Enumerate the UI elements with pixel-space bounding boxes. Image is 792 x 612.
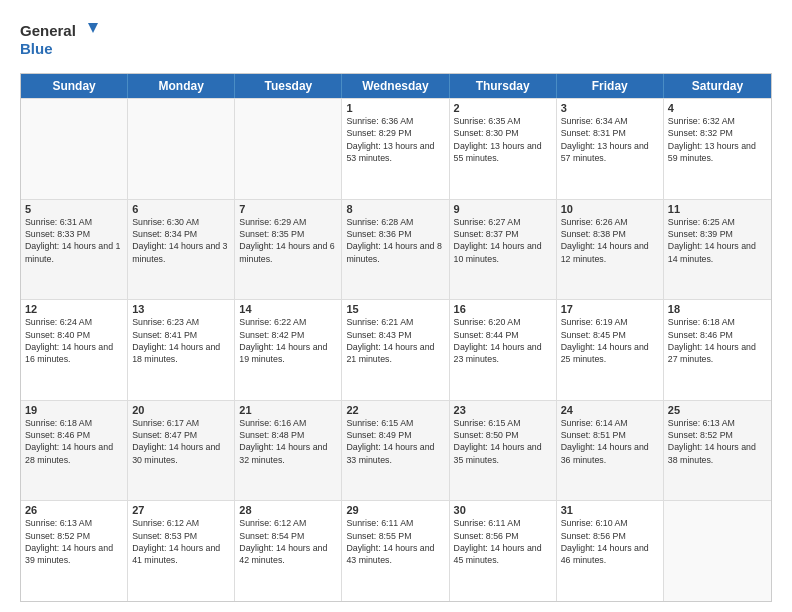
day-info: Sunrise: 6:18 AMSunset: 8:46 PMDaylight:… bbox=[25, 417, 123, 466]
cal-cell: 10Sunrise: 6:26 AMSunset: 8:38 PMDayligh… bbox=[557, 200, 664, 300]
cal-cell: 9Sunrise: 6:27 AMSunset: 8:37 PMDaylight… bbox=[450, 200, 557, 300]
day-info: Sunrise: 6:14 AMSunset: 8:51 PMDaylight:… bbox=[561, 417, 659, 466]
cal-cell: 5Sunrise: 6:31 AMSunset: 8:33 PMDaylight… bbox=[21, 200, 128, 300]
day-info: Sunrise: 6:13 AMSunset: 8:52 PMDaylight:… bbox=[668, 417, 767, 466]
day-info: Sunrise: 6:20 AMSunset: 8:44 PMDaylight:… bbox=[454, 316, 552, 365]
cal-cell: 8Sunrise: 6:28 AMSunset: 8:36 PMDaylight… bbox=[342, 200, 449, 300]
cal-cell: 23Sunrise: 6:15 AMSunset: 8:50 PMDayligh… bbox=[450, 401, 557, 501]
day-number: 7 bbox=[239, 203, 337, 215]
day-number: 21 bbox=[239, 404, 337, 416]
cal-header-sunday: Sunday bbox=[21, 74, 128, 98]
cal-cell: 28Sunrise: 6:12 AMSunset: 8:54 PMDayligh… bbox=[235, 501, 342, 601]
day-number: 18 bbox=[668, 303, 767, 315]
day-info: Sunrise: 6:21 AMSunset: 8:43 PMDaylight:… bbox=[346, 316, 444, 365]
day-number: 25 bbox=[668, 404, 767, 416]
day-info: Sunrise: 6:12 AMSunset: 8:53 PMDaylight:… bbox=[132, 517, 230, 566]
day-number: 14 bbox=[239, 303, 337, 315]
day-info: Sunrise: 6:16 AMSunset: 8:48 PMDaylight:… bbox=[239, 417, 337, 466]
day-info: Sunrise: 6:31 AMSunset: 8:33 PMDaylight:… bbox=[25, 216, 123, 265]
day-number: 10 bbox=[561, 203, 659, 215]
day-number: 22 bbox=[346, 404, 444, 416]
day-number: 28 bbox=[239, 504, 337, 516]
page: General Blue SundayMondayTuesdayWednesda… bbox=[0, 0, 792, 612]
day-info: Sunrise: 6:29 AMSunset: 8:35 PMDaylight:… bbox=[239, 216, 337, 265]
cal-header-thursday: Thursday bbox=[450, 74, 557, 98]
day-number: 8 bbox=[346, 203, 444, 215]
calendar-header: SundayMondayTuesdayWednesdayThursdayFrid… bbox=[21, 74, 771, 98]
cal-cell: 22Sunrise: 6:15 AMSunset: 8:49 PMDayligh… bbox=[342, 401, 449, 501]
day-info: Sunrise: 6:18 AMSunset: 8:46 PMDaylight:… bbox=[668, 316, 767, 365]
day-info: Sunrise: 6:15 AMSunset: 8:50 PMDaylight:… bbox=[454, 417, 552, 466]
day-info: Sunrise: 6:19 AMSunset: 8:45 PMDaylight:… bbox=[561, 316, 659, 365]
cal-cell: 21Sunrise: 6:16 AMSunset: 8:48 PMDayligh… bbox=[235, 401, 342, 501]
day-number: 17 bbox=[561, 303, 659, 315]
cal-cell: 12Sunrise: 6:24 AMSunset: 8:40 PMDayligh… bbox=[21, 300, 128, 400]
day-number: 13 bbox=[132, 303, 230, 315]
day-number: 27 bbox=[132, 504, 230, 516]
cal-cell: 1Sunrise: 6:36 AMSunset: 8:29 PMDaylight… bbox=[342, 99, 449, 199]
cal-cell: 29Sunrise: 6:11 AMSunset: 8:55 PMDayligh… bbox=[342, 501, 449, 601]
cal-cell: 18Sunrise: 6:18 AMSunset: 8:46 PMDayligh… bbox=[664, 300, 771, 400]
day-number: 30 bbox=[454, 504, 552, 516]
day-number: 11 bbox=[668, 203, 767, 215]
calendar-body: 1Sunrise: 6:36 AMSunset: 8:29 PMDaylight… bbox=[21, 98, 771, 601]
day-info: Sunrise: 6:30 AMSunset: 8:34 PMDaylight:… bbox=[132, 216, 230, 265]
cal-cell bbox=[235, 99, 342, 199]
day-number: 31 bbox=[561, 504, 659, 516]
day-info: Sunrise: 6:23 AMSunset: 8:41 PMDaylight:… bbox=[132, 316, 230, 365]
cal-cell: 20Sunrise: 6:17 AMSunset: 8:47 PMDayligh… bbox=[128, 401, 235, 501]
day-number: 23 bbox=[454, 404, 552, 416]
day-info: Sunrise: 6:13 AMSunset: 8:52 PMDaylight:… bbox=[25, 517, 123, 566]
day-number: 15 bbox=[346, 303, 444, 315]
day-number: 5 bbox=[25, 203, 123, 215]
cal-cell: 2Sunrise: 6:35 AMSunset: 8:30 PMDaylight… bbox=[450, 99, 557, 199]
logo-svg: General Blue bbox=[20, 18, 100, 63]
day-number: 4 bbox=[668, 102, 767, 114]
cal-cell: 30Sunrise: 6:11 AMSunset: 8:56 PMDayligh… bbox=[450, 501, 557, 601]
cal-header-friday: Friday bbox=[557, 74, 664, 98]
cal-week-1: 1Sunrise: 6:36 AMSunset: 8:29 PMDaylight… bbox=[21, 98, 771, 199]
cal-cell: 11Sunrise: 6:25 AMSunset: 8:39 PMDayligh… bbox=[664, 200, 771, 300]
day-info: Sunrise: 6:11 AMSunset: 8:55 PMDaylight:… bbox=[346, 517, 444, 566]
cal-header-tuesday: Tuesday bbox=[235, 74, 342, 98]
day-info: Sunrise: 6:35 AMSunset: 8:30 PMDaylight:… bbox=[454, 115, 552, 164]
day-info: Sunrise: 6:26 AMSunset: 8:38 PMDaylight:… bbox=[561, 216, 659, 265]
day-info: Sunrise: 6:11 AMSunset: 8:56 PMDaylight:… bbox=[454, 517, 552, 566]
svg-text:General: General bbox=[20, 22, 76, 39]
cal-cell: 26Sunrise: 6:13 AMSunset: 8:52 PMDayligh… bbox=[21, 501, 128, 601]
cal-cell bbox=[664, 501, 771, 601]
cal-header-saturday: Saturday bbox=[664, 74, 771, 98]
day-info: Sunrise: 6:10 AMSunset: 8:56 PMDaylight:… bbox=[561, 517, 659, 566]
cal-cell bbox=[21, 99, 128, 199]
cal-week-3: 12Sunrise: 6:24 AMSunset: 8:40 PMDayligh… bbox=[21, 299, 771, 400]
calendar: SundayMondayTuesdayWednesdayThursdayFrid… bbox=[20, 73, 772, 602]
svg-marker-2 bbox=[88, 23, 98, 33]
day-number: 19 bbox=[25, 404, 123, 416]
cal-cell bbox=[128, 99, 235, 199]
cal-cell: 17Sunrise: 6:19 AMSunset: 8:45 PMDayligh… bbox=[557, 300, 664, 400]
cal-header-monday: Monday bbox=[128, 74, 235, 98]
day-info: Sunrise: 6:17 AMSunset: 8:47 PMDaylight:… bbox=[132, 417, 230, 466]
cal-cell: 24Sunrise: 6:14 AMSunset: 8:51 PMDayligh… bbox=[557, 401, 664, 501]
logo: General Blue bbox=[20, 18, 100, 63]
cal-header-wednesday: Wednesday bbox=[342, 74, 449, 98]
cal-week-5: 26Sunrise: 6:13 AMSunset: 8:52 PMDayligh… bbox=[21, 500, 771, 601]
day-info: Sunrise: 6:36 AMSunset: 8:29 PMDaylight:… bbox=[346, 115, 444, 164]
cal-cell: 6Sunrise: 6:30 AMSunset: 8:34 PMDaylight… bbox=[128, 200, 235, 300]
day-number: 1 bbox=[346, 102, 444, 114]
cal-cell: 13Sunrise: 6:23 AMSunset: 8:41 PMDayligh… bbox=[128, 300, 235, 400]
day-number: 20 bbox=[132, 404, 230, 416]
cal-cell: 3Sunrise: 6:34 AMSunset: 8:31 PMDaylight… bbox=[557, 99, 664, 199]
day-info: Sunrise: 6:15 AMSunset: 8:49 PMDaylight:… bbox=[346, 417, 444, 466]
day-number: 3 bbox=[561, 102, 659, 114]
day-info: Sunrise: 6:24 AMSunset: 8:40 PMDaylight:… bbox=[25, 316, 123, 365]
day-number: 9 bbox=[454, 203, 552, 215]
day-number: 16 bbox=[454, 303, 552, 315]
day-number: 6 bbox=[132, 203, 230, 215]
cal-cell: 31Sunrise: 6:10 AMSunset: 8:56 PMDayligh… bbox=[557, 501, 664, 601]
cal-cell: 4Sunrise: 6:32 AMSunset: 8:32 PMDaylight… bbox=[664, 99, 771, 199]
day-number: 24 bbox=[561, 404, 659, 416]
cal-cell: 25Sunrise: 6:13 AMSunset: 8:52 PMDayligh… bbox=[664, 401, 771, 501]
day-number: 12 bbox=[25, 303, 123, 315]
cal-cell: 7Sunrise: 6:29 AMSunset: 8:35 PMDaylight… bbox=[235, 200, 342, 300]
